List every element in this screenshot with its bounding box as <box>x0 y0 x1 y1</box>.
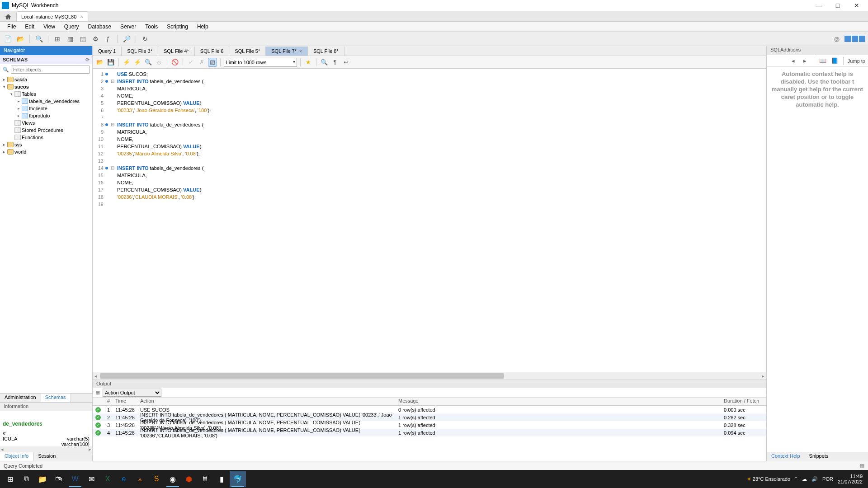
tray-clock[interactable]: 11:49 21/07/2022 <box>838 474 863 484</box>
nav-back-icon[interactable]: ◂ <box>789 56 798 66</box>
editor-hscroll[interactable]: ◂ ▸ <box>93 372 766 380</box>
weather-widget[interactable]: ☀ 23°C Ensolarado <box>747 476 790 482</box>
refresh-schemas-icon[interactable]: ⟳ <box>85 57 90 63</box>
schema-tree[interactable]: ▸sakila ▾sucos ▾Tables ▸tabela_de_vended… <box>0 75 92 393</box>
close-icon[interactable]: × <box>80 14 83 19</box>
file-tab[interactable]: SQL File 5* <box>229 47 266 56</box>
edge-icon[interactable]: e <box>116 471 132 487</box>
tree-node-sucos[interactable]: ▾sucos <box>0 83 92 90</box>
tree-node-sakila[interactable]: ▸sakila <box>0 76 92 83</box>
word-icon[interactable]: W <box>67 471 83 487</box>
execute-current-icon[interactable]: ⚡ <box>133 58 142 67</box>
explain-icon[interactable]: 🔍 <box>144 58 153 67</box>
save-file-icon[interactable]: 💾 <box>106 58 115 67</box>
chrome-icon[interactable]: ◉ <box>165 471 181 487</box>
stop-icon[interactable]: ⦸ <box>155 58 164 67</box>
menu-scripting[interactable]: Scripting <box>163 23 192 31</box>
file-tab[interactable]: SQL File 7*× <box>266 47 308 56</box>
explorer-icon[interactable]: 📁 <box>34 471 51 487</box>
store-icon[interactable]: 🛍 <box>51 471 67 487</box>
nav-fwd-icon[interactable]: ▸ <box>801 56 810 66</box>
menu-edit[interactable]: Edit <box>21 23 38 31</box>
file-tab[interactable]: SQL File 6 <box>195 47 230 56</box>
terminal-icon[interactable]: ▮ <box>213 471 230 487</box>
output-row[interactable]: ✓411:45:28INSERT INTO tabela_de_vendedor… <box>93 429 766 436</box>
office-icon[interactable]: ⬢ <box>181 471 197 487</box>
new-table-icon[interactable]: ▦ <box>65 34 75 44</box>
find-icon[interactable]: 🔍 <box>320 58 329 67</box>
workbench-icon[interactable]: 🐬 <box>230 471 246 487</box>
tab-object-info[interactable]: Object Info <box>0 452 33 461</box>
info-scrollbar[interactable]: ◂▸ <box>0 446 92 452</box>
tray-lang[interactable]: POR <box>822 476 833 482</box>
grid-icon[interactable]: ▦ <box>860 463 864 469</box>
limit-select[interactable] <box>224 58 297 67</box>
new-fn-icon[interactable]: ƒ <box>103 34 113 44</box>
execute-icon[interactable]: ⚡ <box>122 58 131 67</box>
tree-node-table[interactable]: ▸tbcliente <box>0 105 92 112</box>
wrap-icon[interactable]: ↩ <box>341 58 350 67</box>
reconnect-icon[interactable]: ↻ <box>140 34 150 44</box>
tree-node-tables[interactable]: ▾Tables <box>0 90 92 98</box>
file-tab[interactable]: SQL File 8* <box>308 47 344 56</box>
inspector-icon[interactable]: 🔍 <box>34 34 44 44</box>
filter-objects-input[interactable] <box>11 66 90 74</box>
tab-administration[interactable]: Administration <box>0 394 41 402</box>
open-sql-icon[interactable]: 📂 <box>15 34 25 44</box>
new-sp-icon[interactable]: ⚙ <box>90 34 100 44</box>
menu-server[interactable]: Server <box>117 23 140 31</box>
menu-file[interactable]: File <box>4 23 19 31</box>
beautify-icon[interactable]: ★ <box>304 58 313 67</box>
commit-icon[interactable]: ✓ <box>186 58 195 67</box>
auto-help-icon[interactable]: 📘 <box>830 56 839 66</box>
close-icon[interactable]: × <box>299 49 302 54</box>
tray-cloud-icon[interactable]: ☁ <box>802 476 807 482</box>
start-button[interactable]: ⊞ <box>2 471 18 487</box>
tree-node-table[interactable]: ▸tbproduto <box>0 112 92 119</box>
options-icon[interactable]: ◎ <box>832 34 842 44</box>
new-view-icon[interactable]: ▤ <box>78 34 88 44</box>
close-button[interactable]: ✕ <box>851 1 863 10</box>
minimize-button[interactable]: — <box>813 1 825 10</box>
tree-node-sys[interactable]: ▸sys <box>0 141 92 148</box>
search-icon[interactable]: 🔎 <box>122 34 132 44</box>
tree-node-fn[interactable]: Functions <box>0 134 92 141</box>
task-view-icon[interactable]: ⧉ <box>18 471 34 487</box>
tab-session[interactable]: Session <box>33 452 60 461</box>
maximize-button[interactable]: □ <box>832 1 844 10</box>
panel-toggle[interactable] <box>844 36 865 42</box>
file-tab[interactable]: SQL File 4* <box>158 47 195 56</box>
sublime-icon[interactable]: S <box>148 471 165 487</box>
menu-query[interactable]: Query <box>61 23 83 31</box>
calc-icon[interactable]: 🖩 <box>197 471 213 487</box>
file-tab[interactable]: Query 1 <box>93 47 122 56</box>
output-type-select[interactable]: Action Output <box>103 389 161 397</box>
menu-help[interactable]: Help <box>193 23 212 31</box>
help-icon[interactable]: 📖 <box>818 56 827 66</box>
tree-node-sp[interactable]: Stored Procedures <box>0 127 92 134</box>
vscode-icon[interactable]: ⟁ <box>132 471 148 487</box>
tab-snippets[interactable]: Snippets <box>805 452 833 461</box>
menu-database[interactable]: Database <box>85 23 115 31</box>
excel-icon[interactable]: X <box>99 471 116 487</box>
output-grid[interactable]: # Time Action Message Duration / Fetch ✓… <box>93 398 766 461</box>
autocommit-icon[interactable]: ▧ <box>208 58 217 67</box>
file-tab[interactable]: SQL File 3* <box>122 47 158 56</box>
open-file-icon[interactable]: 📂 <box>95 58 104 67</box>
rollback-icon[interactable]: ✗ <box>197 58 206 67</box>
no-commit-icon[interactable]: 🚫 <box>170 58 179 67</box>
tree-node-views[interactable]: Views <box>0 119 92 127</box>
sql-editor[interactable]: 12⊟345678⊟91011121314⊟1516171819 USE SUC… <box>93 69 766 372</box>
tab-context-help[interactable]: Context Help <box>767 452 805 461</box>
tab-schemas[interactable]: Schemas <box>41 394 71 402</box>
invisible-icon[interactable]: ¶ <box>330 58 340 67</box>
menu-tools[interactable]: Tools <box>142 23 161 31</box>
connection-tab[interactable]: Local instance MySQL80 × <box>16 11 88 21</box>
tree-node-table[interactable]: ▸tabela_de_vendedores <box>0 98 92 105</box>
mail-icon[interactable]: ✉ <box>83 471 99 487</box>
tray-volume-icon[interactable]: 🔊 <box>811 476 818 482</box>
home-icon[interactable] <box>5 12 14 21</box>
new-schema-icon[interactable]: ⊞ <box>52 34 62 44</box>
tray-chevron-icon[interactable]: ˄ <box>795 476 797 482</box>
new-sql-tab-icon[interactable]: 📄 <box>3 34 13 44</box>
